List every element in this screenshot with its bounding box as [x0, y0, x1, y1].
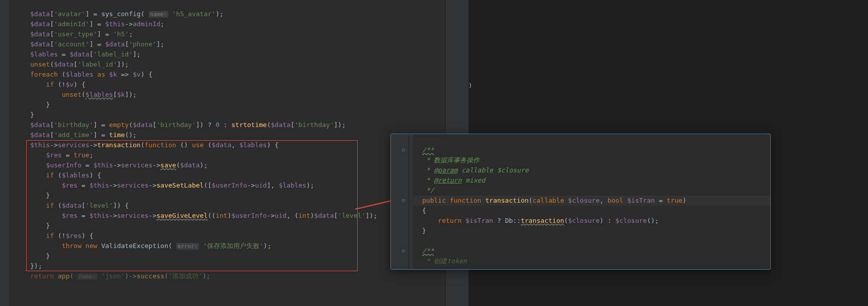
- code-line: return app( name: 'json')->success('添加成功…: [0, 271, 469, 281]
- code-line: }: [0, 110, 469, 120]
- code-line: foreach ($lables as $k => $v) {: [0, 70, 469, 80]
- fold-icon[interactable]: ⊟: [402, 196, 406, 206]
- code-line: $data['user_type'] = 'h5';: [0, 29, 469, 39]
- function-signature: public function transaction(callable $cl…: [391, 196, 770, 206]
- code-line: $lables = $data['label_id'];: [0, 49, 469, 59]
- code-line: }: [391, 226, 770, 236]
- code-line: if (!$v) {: [0, 80, 469, 90]
- code-line: [391, 236, 770, 246]
- doc-line: */: [391, 186, 770, 196]
- collapsed-brace: ): [469, 81, 472, 91]
- doc-line: /**: [391, 145, 770, 155]
- code-line: {: [391, 206, 770, 216]
- code-line: unset($data['label_id']);: [0, 59, 469, 70]
- doc-line: * 数据库事务操作: [391, 155, 770, 165]
- doc-line: * 创建token: [391, 256, 770, 266]
- code-line: $data['adminId'] = $this->adminId;: [0, 19, 469, 29]
- code-line: unset($lables[$k]);: [0, 90, 469, 100]
- code-line: $data['birthday'] = empty($data['birthda…: [0, 120, 469, 130]
- doc-line: /**: [391, 246, 770, 256]
- popup-gutter: ⊟ ⊟ ⊟: [391, 134, 409, 269]
- code-line: }: [0, 100, 469, 110]
- code-line: $data['account'] = $data['phone'];: [0, 39, 469, 49]
- code-line: return $isTran ? Db::transaction($closur…: [391, 216, 770, 226]
- definition-popup[interactable]: ⊟ ⊟ ⊟ /** * 数据库事务操作 * @param callable $c…: [390, 134, 771, 270]
- code-line: $data['avatar'] = sys_config( name: 'h5_…: [0, 9, 469, 19]
- doc-line: * @param callable $closure: [391, 165, 770, 175]
- doc-line: * @return mixed: [391, 175, 770, 186]
- fold-icon[interactable]: ⊟: [402, 145, 406, 155]
- left-gutter: [0, 0, 9, 306]
- fold-icon[interactable]: ⊟: [402, 246, 406, 256]
